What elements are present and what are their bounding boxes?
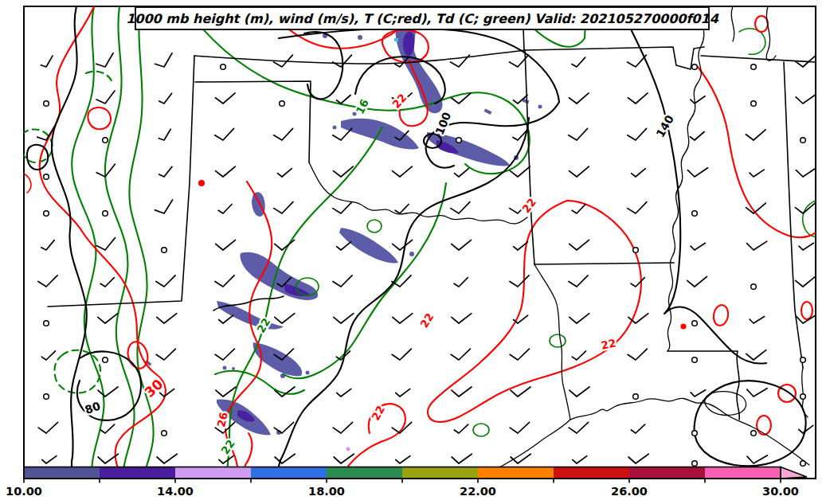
colorbar-tick-label: 26.00 bbox=[611, 485, 648, 498]
calm-wind-icon bbox=[751, 284, 757, 290]
colorbar-segment bbox=[478, 467, 554, 479]
colorbar-segment bbox=[175, 467, 251, 479]
calm-wind-icon bbox=[692, 357, 698, 363]
calm-wind-icon bbox=[162, 431, 167, 436]
calm-wind-icon bbox=[801, 138, 806, 143]
calm-wind-icon bbox=[44, 101, 49, 107]
fill-speck bbox=[491, 157, 496, 162]
calm-wind-icon bbox=[456, 138, 462, 143]
calm-wind-icon bbox=[162, 248, 167, 253]
calm-wind-icon bbox=[280, 101, 285, 107]
colorbar-segment bbox=[705, 467, 781, 479]
calm-wind-icon bbox=[633, 394, 639, 400]
calm-wind-icon bbox=[44, 174, 49, 180]
fill-speck bbox=[346, 447, 350, 451]
colorbar-tick-label: 22.00 bbox=[460, 485, 496, 498]
calm-wind-icon bbox=[692, 211, 698, 217]
fill-speck bbox=[394, 38, 398, 41]
temperature-dot bbox=[682, 325, 686, 329]
colorbar-segment bbox=[554, 467, 629, 479]
calm-wind-icon bbox=[633, 248, 639, 253]
colorbar-segment bbox=[100, 467, 175, 479]
calm-wind-icon bbox=[221, 64, 226, 70]
calm-wind-icon bbox=[801, 394, 806, 400]
title-box: 1000 mb height (m), wind (m/s), T (C;red… bbox=[126, 7, 718, 29]
colorbar-tick-label: 14.00 bbox=[157, 485, 194, 498]
calm-wind-icon bbox=[44, 211, 49, 217]
calm-wind-icon bbox=[692, 431, 698, 436]
chart-title: 1000 mb height (m), wind (m/s), T (C;red… bbox=[126, 11, 718, 26]
fill-speck bbox=[223, 366, 227, 370]
calm-wind-icon bbox=[103, 211, 108, 217]
weather-map-canvas: 8010014022222222222630162222 1000 mb hei… bbox=[0, 0, 826, 504]
fill-speck bbox=[538, 105, 542, 109]
calm-wind-icon bbox=[103, 138, 108, 143]
colorbar-segment bbox=[629, 467, 705, 479]
colorbar-tick-label: 18.00 bbox=[308, 485, 345, 498]
colorbar-segment bbox=[327, 467, 402, 479]
fill-speck bbox=[358, 35, 362, 40]
calm-wind-icon bbox=[44, 321, 49, 326]
calm-wind-icon bbox=[692, 321, 698, 326]
calm-wind-icon bbox=[751, 64, 757, 70]
fill-speck bbox=[306, 371, 310, 375]
colorbar: 10.0014.0018.0022.0026.0030.00 bbox=[6, 467, 807, 498]
fill-speck bbox=[232, 367, 235, 370]
calm-wind-icon bbox=[751, 101, 757, 107]
weather-chart-figure: 8010014022222222222630162222 1000 mb hei… bbox=[0, 0, 826, 504]
fill-speck bbox=[333, 126, 337, 130]
colorbar-tick-label: 10.00 bbox=[6, 485, 42, 498]
calm-wind-icon bbox=[692, 461, 698, 467]
colorbar-segment bbox=[251, 467, 327, 479]
calm-wind-icon bbox=[692, 64, 698, 70]
colorbar-tick-label: 30.00 bbox=[762, 485, 799, 498]
calm-wind-icon bbox=[801, 461, 806, 467]
colorbar-segment bbox=[24, 467, 100, 479]
calm-wind-icon bbox=[103, 357, 108, 363]
colorbar-segment bbox=[402, 467, 478, 479]
calm-wind-icon bbox=[751, 431, 757, 436]
calm-wind-icon bbox=[44, 394, 49, 400]
fill-speck bbox=[409, 252, 414, 256]
temperature-dot bbox=[199, 181, 204, 186]
calm-wind-icon bbox=[801, 357, 806, 363]
